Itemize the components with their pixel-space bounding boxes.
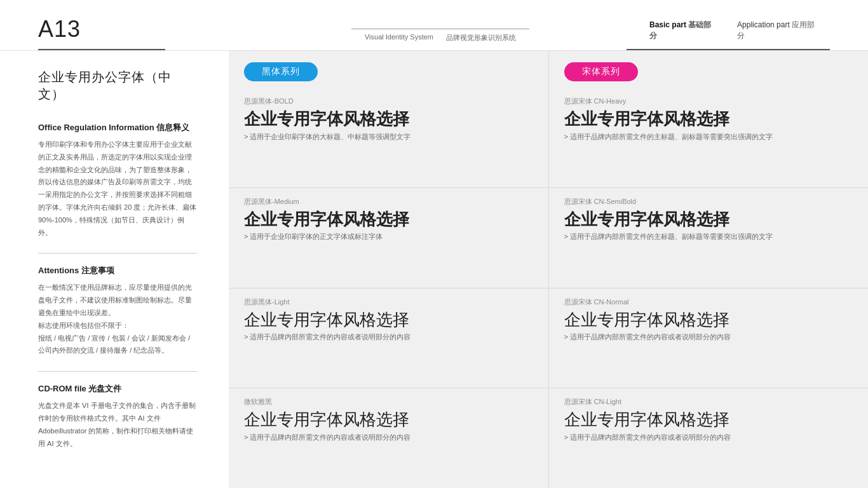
header-nav-basic[interactable]: Basic part 基础部分 <box>639 20 727 41</box>
header-left: A13 <box>38 16 254 50</box>
font-name-songti-semibold: 思源宋体 CN-SemiBold <box>564 197 853 207</box>
font-name-songti-heavy: 思源宋体 CN-Heavy <box>564 97 853 106</box>
font-name-heiti-light: 思源黑体-Light <box>244 297 533 307</box>
font-desc-heiti-light: 适用于品牌内部所需文件的内容或者说明部分的内容 <box>244 332 533 342</box>
header-center: Visual Identity System 品牌视觉形象识别系统 <box>254 29 627 50</box>
font-desc-heiti-medium: 适用于企业印刷字体的正文字体或标注字体 <box>244 232 533 241</box>
font-sample-yahei: 企业专用字体风格选择 <box>244 410 533 429</box>
sidebar-section-attentions-body: 在一般情况下使用品牌标志，应尽量使用提供的光盘电子文件，不建议使用标准制图绘制标… <box>38 281 197 357</box>
sidebar-section-regulation-body: 专用印刷字体和专用办公字体主要应用于企业文献的正文及实务用品，所选定的字体用以实… <box>38 139 197 239</box>
sidebar-section-attentions: Attentions 注意事项 在一般情况下使用品牌标志，应尽量使用提供的光盘电… <box>38 265 197 357</box>
main: 企业专用办公字体（中文） Office Regulation Informati… <box>0 51 868 488</box>
badge-heiti: 黑体系列 <box>244 62 318 81</box>
header-nav-basic-en: Basic part <box>649 20 686 29</box>
font-name-songti-light: 思源宋体 CN-Light <box>564 397 853 407</box>
font-entry-heiti-medium: 思源黑体-Medium 企业专用字体风格选择 适用于企业印刷字体的正文字体或标注… <box>229 188 548 288</box>
font-name-heiti-medium: 思源黑体-Medium <box>244 197 533 207</box>
sidebar-section-cdrom: CD-ROM file 光盘文件 光盘文件是本 VI 手册电子文件的集合，内含手… <box>38 383 197 450</box>
font-entry-songti-semibold: 思源宋体 CN-SemiBold 企业专用字体风格选择 适用于品牌内部所需文件的… <box>549 188 869 288</box>
sidebar-section-cdrom-body: 光盘文件是本 VI 手册电子文件的集合，内含手册制作时的专用软件格式文件。其中 … <box>38 400 197 450</box>
font-desc-songti-semibold: 适用于品牌内部所需文件的主标题、副标题等需要突出强调的文字 <box>564 232 853 241</box>
sidebar: 企业专用办公字体（中文） Office Regulation Informati… <box>0 51 229 488</box>
font-col-songti: 宋体系列 思源宋体 CN-Heavy 企业专用字体风格选择 适用于品牌内部所需文… <box>549 51 869 488</box>
sidebar-divider-1 <box>38 253 197 254</box>
font-col-heiti: 黑体系列 思源黑体-BOLD 企业专用字体风格选择 适用于企业印刷字体的大标题、… <box>229 51 549 488</box>
font-sample-songti-semibold: 企业专用字体风格选择 <box>564 210 853 229</box>
font-name-heiti-bold: 思源黑体-BOLD <box>244 97 533 106</box>
font-entry-yahei: 微软雅黑 企业专用字体风格选择 适用于品牌内部所需文件的内容或者说明部分的内容 <box>229 388 548 488</box>
font-sample-heiti-light: 企业专用字体风格选择 <box>244 311 533 329</box>
sidebar-section-regulation-title: Office Regulation Information 信息释义 <box>38 122 197 133</box>
font-desc-yahei: 适用于品牌内部所需文件的内容或者说明部分的内容 <box>244 433 533 442</box>
font-entry-heiti-light: 思源黑体-Light 企业专用字体风格选择 适用于品牌内部所需文件的内容或者说明… <box>229 288 548 389</box>
sidebar-section-cdrom-title: CD-ROM file 光盘文件 <box>38 383 197 395</box>
header-center-titles: Visual Identity System 品牌视觉形象识别系统 <box>365 33 516 43</box>
sidebar-title: 企业专用办公字体（中文） <box>38 69 197 103</box>
header-nav-application-en: Application part <box>737 20 790 29</box>
sidebar-divider-2 <box>38 371 197 372</box>
font-entry-heiti-bold: 思源黑体-BOLD 企业专用字体风格选择 适用于企业印刷字体的大标题、中标题等强… <box>229 88 548 188</box>
badge-songti: 宋体系列 <box>564 62 638 81</box>
col-header-songti: 宋体系列 <box>549 51 869 81</box>
font-sample-heiti-medium: 企业专用字体风格选择 <box>244 210 533 229</box>
font-entry-songti-heavy: 思源宋体 CN-Heavy 企业专用字体风格选择 适用于品牌内部所需文件的主标题… <box>549 88 869 188</box>
sidebar-section-attentions-title: Attentions 注意事项 <box>38 265 197 276</box>
font-name-songti-normal: 思源宋体 CN-Normal <box>564 297 853 307</box>
font-sample-songti-light: 企业专用字体风格选择 <box>564 410 853 429</box>
font-desc-songti-light: 适用于品牌内部所需文件的内容或者说明部分的内容 <box>564 433 853 442</box>
font-desc-songti-heavy: 适用于品牌内部所需文件的主标题、副标题等需要突出强调的文字 <box>564 132 853 142</box>
font-entry-songti-light: 思源宋体 CN-Light 企业专用字体风格选择 适用于品牌内部所需文件的内容或… <box>549 388 869 488</box>
font-name-yahei: 微软雅黑 <box>244 397 533 407</box>
font-sample-songti-heavy: 企业专用字体风格选择 <box>564 110 853 128</box>
font-sample-songti-normal: 企业专用字体风格选择 <box>564 311 853 329</box>
font-entry-songti-normal: 思源宋体 CN-Normal 企业专用字体风格选择 适用于品牌内部所需文件的内容… <box>549 288 869 389</box>
col-header-heiti: 黑体系列 <box>229 51 548 81</box>
font-desc-heiti-bold: 适用于企业印刷字体的大标题、中标题等强调型文字 <box>244 132 533 142</box>
font-desc-songti-normal: 适用于品牌内部所需文件的内容或者说明部分的内容 <box>564 332 853 342</box>
header-title-cn: 品牌视觉形象识别系统 <box>446 33 516 43</box>
header-title-en: Visual Identity System <box>365 33 433 43</box>
header-nav-application[interactable]: Application part 应用部分 <box>727 20 830 41</box>
col-spacer-left <box>229 81 548 88</box>
header-right: Basic part 基础部分 Application part 应用部分 <box>627 20 830 50</box>
sidebar-section-regulation: Office Regulation Information 信息释义 专用印刷字… <box>38 122 197 239</box>
col-spacer-right <box>549 81 869 88</box>
header-center-line <box>351 29 529 29</box>
header: A13 Visual Identity System 品牌视觉形象识别系统 Ba… <box>0 0 868 51</box>
font-columns: 黑体系列 思源黑体-BOLD 企业专用字体风格选择 适用于企业印刷字体的大标题、… <box>229 51 868 488</box>
content: 黑体系列 思源黑体-BOLD 企业专用字体风格选择 适用于企业印刷字体的大标题、… <box>229 51 868 488</box>
font-sample-heiti-bold: 企业专用字体风格选择 <box>244 110 533 128</box>
page-code: A13 <box>38 16 165 50</box>
